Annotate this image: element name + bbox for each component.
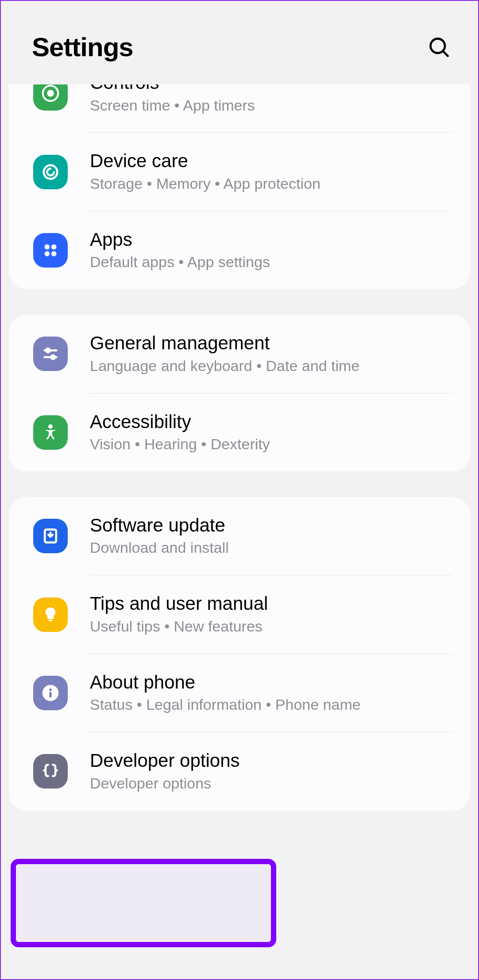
settings-item-tips[interactable]: Tips and user manual Useful tips • New f…: [9, 575, 470, 653]
settings-item-device-care[interactable]: Device care Storage • Memory • App prote…: [9, 133, 470, 211]
page-title: Settings: [32, 32, 133, 62]
settings-item-controls[interactable]: Controls Screen time • App timers: [9, 84, 470, 132]
settings-group: Software update Download and install Tip…: [9, 497, 470, 811]
svg-point-12: [51, 356, 55, 359]
item-subtitle: Screen time • App timers: [90, 96, 452, 116]
settings-item-software-update[interactable]: Software update Download and install: [9, 497, 470, 575]
svg-point-7: [45, 251, 50, 256]
settings-item-about-phone[interactable]: About phone Status • Legal information •…: [9, 654, 470, 732]
svg-point-4: [44, 165, 58, 179]
settings-group: Controls Screen time • App timers Device…: [9, 84, 470, 289]
header: Settings: [1, 1, 478, 84]
item-title: General management: [90, 332, 452, 355]
item-title: Software update: [90, 514, 452, 537]
svg-point-3: [48, 91, 53, 96]
device-care-icon: [33, 155, 68, 189]
item-title: Tips and user manual: [90, 592, 452, 616]
settings-item-accessibility[interactable]: Accessibility Vision • Hearing • Dexteri…: [9, 394, 470, 471]
item-title: About phone: [90, 671, 452, 694]
settings-item-developer-options[interactable]: Developer options Developer options: [9, 732, 470, 810]
sliders-icon: [33, 337, 68, 371]
info-icon: [33, 676, 68, 710]
item-subtitle: Storage • Memory • App protection: [90, 174, 452, 194]
item-subtitle: Developer options: [90, 773, 452, 794]
item-title: Controls: [90, 84, 452, 95]
search-button[interactable]: [427, 35, 452, 60]
item-subtitle: Default apps • App settings: [90, 252, 452, 272]
svg-rect-18: [49, 692, 51, 697]
download-icon: [33, 519, 68, 553]
svg-point-10: [46, 348, 50, 352]
svg-line-1: [443, 51, 448, 56]
highlight-annotation: [11, 859, 276, 947]
settings-group: General management Language and keyboard…: [9, 315, 470, 471]
item-subtitle: Download and install: [90, 538, 452, 558]
settings-item-apps[interactable]: Apps Default apps • App settings: [9, 211, 470, 289]
item-subtitle: Useful tips • New features: [90, 616, 452, 637]
item-title: Accessibility: [90, 410, 452, 434]
search-icon: [428, 36, 451, 59]
settings-item-general-management[interactable]: General management Language and keyboard…: [9, 315, 470, 393]
svg-point-6: [51, 245, 57, 250]
braces-icon: [33, 754, 68, 789]
svg-point-17: [49, 689, 52, 691]
item-title: Apps: [90, 228, 452, 252]
accessibility-icon: [33, 415, 68, 450]
item-title: Developer options: [90, 749, 452, 773]
svg-rect-15: [48, 620, 52, 621]
bulb-icon: [33, 597, 68, 632]
svg-point-13: [48, 424, 53, 429]
svg-point-5: [45, 245, 50, 250]
item-title: Device care: [90, 149, 452, 173]
apps-icon: [33, 233, 68, 268]
controls-icon: [33, 84, 68, 111]
item-subtitle: Status • Legal information • Phone name: [90, 695, 452, 715]
item-subtitle: Vision • Hearing • Dexterity: [90, 434, 452, 455]
svg-point-8: [51, 251, 57, 256]
item-subtitle: Language and keyboard • Date and time: [90, 356, 452, 376]
